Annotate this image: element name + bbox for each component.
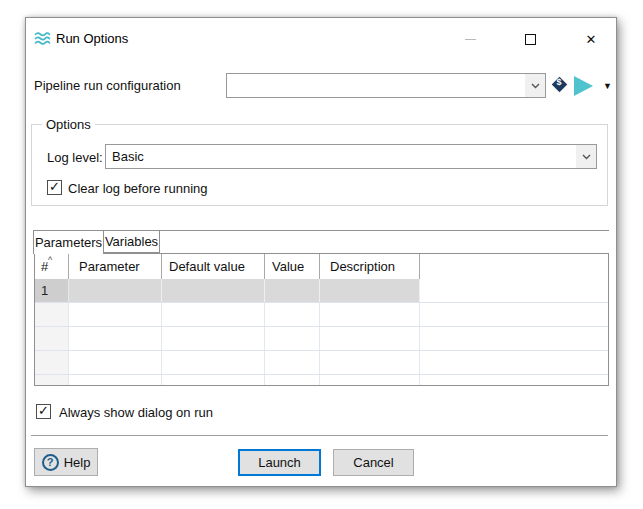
chevron-down-icon xyxy=(531,83,540,89)
chevron-down-icon xyxy=(582,154,591,160)
window-title: Run Options xyxy=(56,31,128,46)
run-configuration-label: Pipeline run configuration xyxy=(34,78,181,93)
close-icon: ✕ xyxy=(586,33,597,46)
table-row-empty[interactable] xyxy=(35,351,608,375)
maximize-button[interactable] xyxy=(517,29,543,49)
clear-log-checkbox[interactable]: ✓ xyxy=(47,180,62,195)
options-group-title: Options xyxy=(42,117,95,132)
parameter-cell[interactable] xyxy=(69,279,162,302)
footer-separator xyxy=(31,435,608,436)
help-icon: ? xyxy=(42,454,59,471)
table-row-empty[interactable] xyxy=(35,303,608,327)
tab-variables[interactable]: Variables xyxy=(104,230,160,253)
log-level-combo[interactable]: Basic xyxy=(105,144,597,169)
column-header-parameter[interactable]: Parameter xyxy=(69,254,162,279)
help-button[interactable]: ? Help xyxy=(34,448,98,476)
cancel-button[interactable]: Cancel xyxy=(333,449,414,476)
minimize-icon xyxy=(465,39,476,40)
log-level-dropdown-button[interactable] xyxy=(576,145,596,168)
column-header-default-value[interactable]: Default value xyxy=(162,254,265,279)
always-show-checkbox[interactable]: ✓ xyxy=(36,404,51,419)
run-play-icon[interactable] xyxy=(574,76,593,96)
row-number-cell[interactable]: 1 xyxy=(35,279,69,302)
run-options-dialog: Run Options ✕ Pipeline run configuration… xyxy=(25,17,617,487)
description-cell[interactable] xyxy=(320,279,420,302)
always-show-label: Always show dialog on run xyxy=(59,405,213,420)
launch-button-label: Launch xyxy=(258,455,301,470)
sort-ascending-icon: ^ xyxy=(48,255,52,265)
table-row-selected[interactable]: 1 xyxy=(35,279,608,303)
tab-folder-top-border xyxy=(160,230,609,231)
clear-log-label: Clear log before running xyxy=(68,181,207,196)
tab-parameters[interactable]: Parameters xyxy=(33,230,104,254)
column-header-value[interactable]: Value xyxy=(265,254,320,279)
run-configuration-dropdown-button[interactable] xyxy=(525,74,545,97)
table-row-empty[interactable] xyxy=(35,327,608,351)
variable-icon: $ xyxy=(551,76,567,92)
close-button[interactable]: ✕ xyxy=(578,29,604,49)
minimize-button[interactable] xyxy=(457,29,483,49)
column-header-filler xyxy=(420,254,608,279)
log-level-label: Log level: xyxy=(47,150,103,165)
column-header-number[interactable]: # ^ xyxy=(35,254,69,279)
default-value-cell[interactable] xyxy=(162,279,265,302)
column-header-description[interactable]: Description xyxy=(320,254,420,279)
checkmark-icon: ✓ xyxy=(38,404,49,417)
log-level-value: Basic xyxy=(106,149,576,164)
maximize-icon xyxy=(525,34,536,45)
run-configuration-combo[interactable] xyxy=(226,73,546,98)
value-cell[interactable] xyxy=(265,279,320,302)
help-button-label: Help xyxy=(64,455,91,470)
table-header-row: # ^ Parameter Default value Value Descri… xyxy=(35,254,608,279)
table-row-empty[interactable] xyxy=(35,375,608,386)
app-waves-icon xyxy=(34,30,51,47)
run-menu-arrow-icon[interactable]: ▼ xyxy=(603,81,612,91)
filler-cell xyxy=(420,279,608,302)
launch-button[interactable]: Launch xyxy=(238,449,321,476)
parameters-table: # ^ Parameter Default value Value Descri… xyxy=(34,253,609,386)
checkmark-icon: ✓ xyxy=(49,180,60,193)
options-group: Options Log level: Basic ✓ Clear log bef… xyxy=(31,124,608,206)
cancel-button-label: Cancel xyxy=(353,455,393,470)
